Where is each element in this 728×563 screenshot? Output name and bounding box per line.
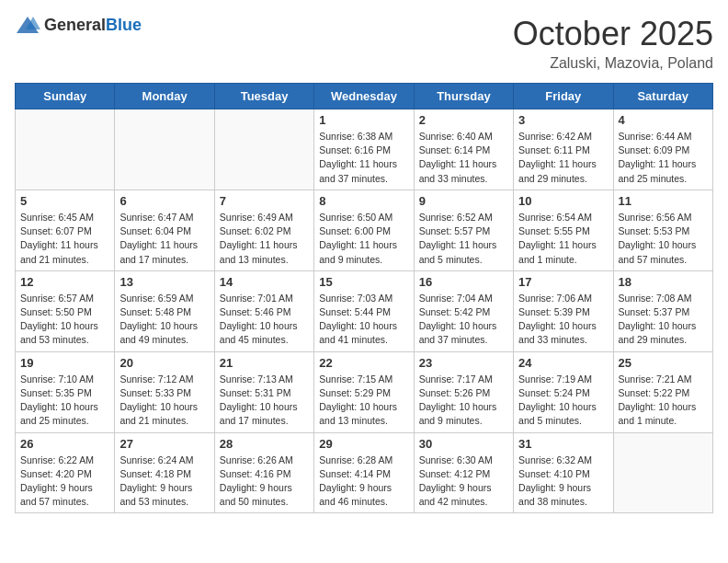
day-number: 14	[220, 275, 309, 289]
calendar-cell: 13Sunrise: 6:59 AM Sunset: 5:48 PM Dayli…	[115, 270, 214, 351]
calendar-cell: 21Sunrise: 7:13 AM Sunset: 5:31 PM Dayli…	[214, 351, 313, 432]
calendar-cell: 17Sunrise: 7:06 AM Sunset: 5:39 PM Dayli…	[514, 270, 613, 351]
day-number: 26	[20, 437, 109, 451]
day-info: Sunrise: 6:54 AM Sunset: 5:55 PM Dayligh…	[518, 211, 608, 267]
calendar-cell: 27Sunrise: 6:24 AM Sunset: 4:18 PM Dayli…	[115, 432, 214, 513]
calendar-cell: 29Sunrise: 6:28 AM Sunset: 4:14 PM Dayli…	[314, 432, 414, 513]
calendar-cell: 20Sunrise: 7:12 AM Sunset: 5:33 PM Dayli…	[115, 351, 214, 432]
day-info: Sunrise: 6:38 AM Sunset: 6:16 PM Dayligh…	[319, 130, 408, 186]
title-block: October 2025 Zaluski, Mazovia, Poland	[513, 15, 713, 72]
day-number: 12	[20, 275, 109, 289]
calendar-cell: 11Sunrise: 6:56 AM Sunset: 5:53 PM Dayli…	[613, 190, 712, 270]
day-info: Sunrise: 7:17 AM Sunset: 5:26 PM Dayligh…	[419, 373, 508, 429]
day-number: 4	[619, 113, 708, 127]
logo-text-general: General	[44, 16, 106, 34]
day-info: Sunrise: 6:30 AM Sunset: 4:12 PM Dayligh…	[419, 454, 508, 510]
day-info: Sunrise: 6:26 AM Sunset: 4:16 PM Dayligh…	[220, 454, 309, 510]
calendar-cell: 7Sunrise: 6:49 AM Sunset: 6:02 PM Daylig…	[214, 190, 313, 270]
day-number: 23	[419, 356, 508, 370]
day-info: Sunrise: 6:45 AM Sunset: 6:07 PM Dayligh…	[20, 211, 109, 267]
calendar-cell: 4Sunrise: 6:44 AM Sunset: 6:09 PM Daylig…	[613, 109, 712, 190]
calendar-cell: 12Sunrise: 6:57 AM Sunset: 5:50 PM Dayli…	[16, 270, 115, 351]
day-number: 8	[319, 194, 408, 208]
calendar-cell: 15Sunrise: 7:03 AM Sunset: 5:44 PM Dayli…	[314, 270, 414, 351]
day-info: Sunrise: 6:32 AM Sunset: 4:10 PM Dayligh…	[518, 454, 608, 510]
calendar-cell: 16Sunrise: 7:04 AM Sunset: 5:42 PM Dayli…	[414, 270, 513, 351]
logo: GeneralBlue	[15, 15, 142, 35]
location-title: Zaluski, Mazovia, Poland	[513, 55, 713, 72]
day-info: Sunrise: 6:56 AM Sunset: 5:53 PM Dayligh…	[619, 211, 708, 267]
day-number: 28	[220, 437, 309, 451]
day-number: 21	[220, 356, 309, 370]
day-info: Sunrise: 7:13 AM Sunset: 5:31 PM Dayligh…	[220, 373, 309, 429]
calendar-cell: 18Sunrise: 7:08 AM Sunset: 5:37 PM Dayli…	[613, 270, 712, 351]
day-info: Sunrise: 6:40 AM Sunset: 6:14 PM Dayligh…	[419, 130, 508, 186]
day-number: 24	[518, 356, 608, 370]
day-number: 27	[119, 437, 209, 451]
day-number: 11	[619, 194, 708, 208]
day-number: 9	[419, 194, 508, 208]
calendar-cell	[16, 109, 115, 190]
month-title: October 2025	[513, 15, 713, 53]
calendar-cell: 22Sunrise: 7:15 AM Sunset: 5:29 PM Dayli…	[314, 351, 414, 432]
day-number: 5	[20, 194, 109, 208]
calendar-cell: 9Sunrise: 6:52 AM Sunset: 5:57 PM Daylig…	[414, 190, 513, 270]
day-number: 7	[220, 194, 309, 208]
calendar-cell: 26Sunrise: 6:22 AM Sunset: 4:20 PM Dayli…	[16, 432, 115, 513]
day-number: 16	[419, 275, 508, 289]
day-info: Sunrise: 7:19 AM Sunset: 5:24 PM Dayligh…	[518, 373, 608, 429]
calendar-cell	[613, 432, 712, 513]
calendar-cell: 6Sunrise: 6:47 AM Sunset: 6:04 PM Daylig…	[115, 190, 214, 270]
calendar-cell	[214, 109, 313, 190]
calendar-cell: 10Sunrise: 6:54 AM Sunset: 5:55 PM Dayli…	[514, 190, 613, 270]
weekday-header-tuesday: Tuesday	[214, 84, 313, 109]
calendar-cell: 5Sunrise: 6:45 AM Sunset: 6:07 PM Daylig…	[16, 190, 115, 270]
page-header: GeneralBlue October 2025 Zaluski, Mazovi…	[15, 15, 713, 72]
calendar-cell: 30Sunrise: 6:30 AM Sunset: 4:12 PM Dayli…	[414, 432, 513, 513]
day-number: 19	[20, 356, 109, 370]
day-number: 18	[619, 275, 708, 289]
day-number: 17	[518, 275, 608, 289]
day-number: 30	[419, 437, 508, 451]
day-info: Sunrise: 7:04 AM Sunset: 5:42 PM Dayligh…	[419, 292, 508, 348]
logo-icon	[15, 15, 40, 35]
calendar-cell: 24Sunrise: 7:19 AM Sunset: 5:24 PM Dayli…	[514, 351, 613, 432]
week-row-5: 26Sunrise: 6:22 AM Sunset: 4:20 PM Dayli…	[16, 432, 713, 513]
weekday-header-friday: Friday	[514, 84, 613, 109]
weekday-header-wednesday: Wednesday	[314, 84, 414, 109]
calendar-cell: 28Sunrise: 6:26 AM Sunset: 4:16 PM Dayli…	[214, 432, 313, 513]
day-number: 10	[518, 194, 608, 208]
calendar-cell: 14Sunrise: 7:01 AM Sunset: 5:46 PM Dayli…	[214, 270, 313, 351]
weekday-header-thursday: Thursday	[414, 84, 513, 109]
day-info: Sunrise: 6:28 AM Sunset: 4:14 PM Dayligh…	[319, 454, 408, 510]
calendar-cell: 1Sunrise: 6:38 AM Sunset: 6:16 PM Daylig…	[314, 109, 414, 190]
calendar-table: SundayMondayTuesdayWednesdayThursdayFrid…	[15, 83, 713, 513]
day-number: 1	[319, 113, 408, 127]
calendar-cell: 2Sunrise: 6:40 AM Sunset: 6:14 PM Daylig…	[414, 109, 513, 190]
weekday-header-saturday: Saturday	[613, 84, 712, 109]
day-info: Sunrise: 6:57 AM Sunset: 5:50 PM Dayligh…	[20, 292, 109, 348]
day-info: Sunrise: 6:24 AM Sunset: 4:18 PM Dayligh…	[119, 454, 209, 510]
calendar-cell: 3Sunrise: 6:42 AM Sunset: 6:11 PM Daylig…	[514, 109, 613, 190]
day-info: Sunrise: 6:44 AM Sunset: 6:09 PM Dayligh…	[619, 130, 708, 186]
day-info: Sunrise: 7:12 AM Sunset: 5:33 PM Dayligh…	[119, 373, 209, 429]
day-number: 15	[319, 275, 408, 289]
calendar-cell	[115, 109, 214, 190]
day-info: Sunrise: 6:50 AM Sunset: 6:00 PM Dayligh…	[319, 211, 408, 267]
calendar-cell: 31Sunrise: 6:32 AM Sunset: 4:10 PM Dayli…	[514, 432, 613, 513]
day-info: Sunrise: 7:15 AM Sunset: 5:29 PM Dayligh…	[319, 373, 408, 429]
day-number: 6	[119, 194, 209, 208]
day-info: Sunrise: 6:52 AM Sunset: 5:57 PM Dayligh…	[419, 211, 508, 267]
calendar-cell: 19Sunrise: 7:10 AM Sunset: 5:35 PM Dayli…	[16, 351, 115, 432]
day-number: 3	[518, 113, 608, 127]
calendar-cell: 25Sunrise: 7:21 AM Sunset: 5:22 PM Dayli…	[613, 351, 712, 432]
day-number: 20	[119, 356, 209, 370]
day-info: Sunrise: 7:01 AM Sunset: 5:46 PM Dayligh…	[220, 292, 309, 348]
calendar-cell: 8Sunrise: 6:50 AM Sunset: 6:00 PM Daylig…	[314, 190, 414, 270]
day-number: 31	[518, 437, 608, 451]
day-number: 22	[319, 356, 408, 370]
day-number: 25	[619, 356, 708, 370]
day-number: 13	[119, 275, 209, 289]
day-info: Sunrise: 7:08 AM Sunset: 5:37 PM Dayligh…	[619, 292, 708, 348]
day-number: 29	[319, 437, 408, 451]
